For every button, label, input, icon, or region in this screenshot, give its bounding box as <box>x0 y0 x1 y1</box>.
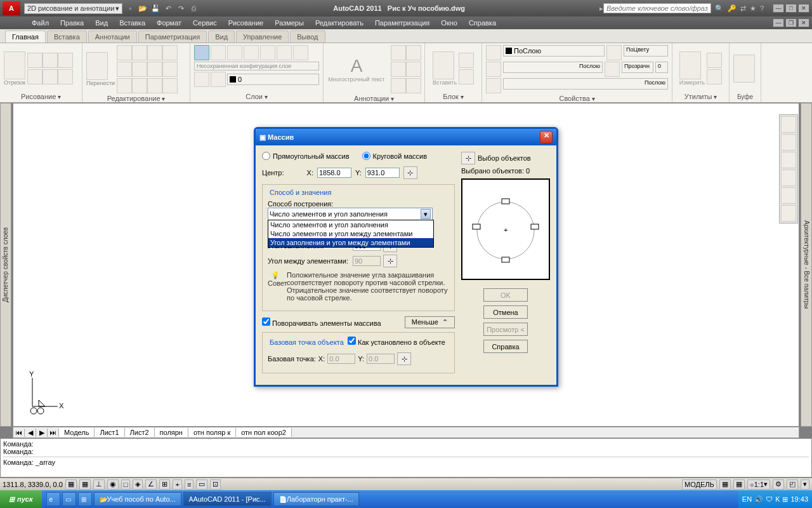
edit-tool[interactable] <box>117 62 132 77</box>
edit-tool[interactable] <box>162 78 178 93</box>
sheet-tab[interactable]: Лист2 <box>125 428 155 437</box>
sheet-model[interactable]: Модель <box>59 428 95 437</box>
dyn-toggle[interactable]: + <box>173 479 181 490</box>
doc-close[interactable]: ✕ <box>798 18 809 27</box>
nav-wheel[interactable] <box>781 134 796 150</box>
tool-palettes[interactable]: Архитектурные - Все палитры <box>801 103 812 427</box>
help-button[interactable]: Справка <box>483 340 528 353</box>
method-option-selected[interactable]: Угол заполнения и угол между элементами <box>268 238 433 247</box>
nav-orbit[interactable] <box>781 187 796 204</box>
line-tool[interactable] <box>4 51 25 79</box>
star-icon[interactable]: ★ <box>750 4 756 13</box>
menu-edit[interactable]: Правка <box>60 19 84 27</box>
prop-tool[interactable] <box>486 62 501 77</box>
menu-dim[interactable]: Размеры <box>275 19 304 27</box>
edit-tool[interactable] <box>132 78 147 93</box>
clock[interactable]: 19:43 <box>790 495 808 503</box>
sheet-first[interactable]: ⏮ <box>13 429 25 437</box>
anno-tool[interactable] <box>391 62 406 77</box>
edit-tool[interactable] <box>132 62 147 77</box>
tab-home[interactable]: Главная <box>5 30 46 43</box>
exchange-icon[interactable]: ⇄ <box>740 4 746 13</box>
sb-tool[interactable]: ▾ <box>801 479 809 490</box>
sb-tool[interactable]: ◰ <box>787 479 798 490</box>
rotate-items-checkbox[interactable]: Поворачивать элементы массива <box>262 318 381 327</box>
save-icon[interactable]: 💾 <box>150 3 160 13</box>
ortho-toggle[interactable]: ⊥ <box>93 479 105 490</box>
layer-tool[interactable] <box>211 72 226 87</box>
layer-tool[interactable] <box>211 45 226 60</box>
sheet-tab[interactable]: полярн <box>155 428 188 437</box>
minimize-button[interactable]: — <box>773 4 784 13</box>
anno-tool[interactable] <box>391 45 406 60</box>
menu-param[interactable]: Параметризация <box>375 19 429 27</box>
polar-array-radio[interactable]: Круговой массив <box>362 152 428 160</box>
anno-tool[interactable] <box>406 62 421 77</box>
redo-icon[interactable]: ↷ <box>176 3 186 13</box>
prop-tool[interactable] <box>606 45 622 60</box>
color-tool[interactable] <box>486 45 501 60</box>
draw-tool[interactable] <box>43 53 58 68</box>
workspace-dropdown[interactable]: 2D рисование и аннотации▾ <box>24 3 122 14</box>
quicklaunch-app[interactable]: ⊞ <box>78 492 92 506</box>
menu-file[interactable]: Файл <box>32 19 49 27</box>
anno-scale[interactable]: ⟐ 1:1▾ <box>747 479 770 490</box>
new-icon[interactable]: ▫ <box>125 3 135 13</box>
model-space[interactable]: МОДЕЛЬ <box>682 479 717 490</box>
edit-tool[interactable] <box>117 45 132 60</box>
menu-service[interactable]: Сервис <box>193 19 217 27</box>
tray-icon[interactable]: 🛡 <box>766 495 773 503</box>
draw-tool[interactable] <box>43 69 58 84</box>
tab-param[interactable]: Параметризация <box>138 30 207 43</box>
center-x-input[interactable] <box>317 168 351 178</box>
help-icon[interactable]: ? <box>760 4 764 13</box>
tab-insert[interactable]: Вставка <box>47 30 87 43</box>
edit-tool[interactable] <box>147 62 162 77</box>
clipboard-tool[interactable] <box>733 55 755 83</box>
center-y-input[interactable] <box>365 168 400 178</box>
grid-toggle[interactable]: ▦ <box>79 479 91 490</box>
menu-view[interactable]: Вид <box>95 19 108 27</box>
layer-manager-palette[interactable]: Диспетчер свойств слоев <box>0 103 11 427</box>
pick-center-button[interactable]: ⊹ <box>403 166 417 179</box>
undo-icon[interactable]: ↶ <box>163 3 173 13</box>
maximize-button[interactable]: □ <box>785 4 797 13</box>
cancel-button[interactable]: Отмена <box>483 305 528 319</box>
tab-output[interactable]: Вывод <box>290 30 325 43</box>
tray-icon[interactable]: ⊞ <box>782 495 788 504</box>
binoculars-icon[interactable]: 🔍 <box>715 4 724 13</box>
quicklaunch-ie[interactable]: e <box>46 492 60 506</box>
otrack-toggle[interactable]: ∠ <box>145 479 157 490</box>
move-tool[interactable] <box>86 52 108 80</box>
tab-view[interactable]: Вид <box>208 30 235 43</box>
menu-help[interactable]: Справка <box>469 19 496 27</box>
lwt-toggle[interactable]: ≡ <box>185 479 193 490</box>
anno-tool[interactable] <box>406 45 421 60</box>
rect-array-radio[interactable]: Прямоугольный массив <box>262 152 350 160</box>
method-combo[interactable]: Число элементов и угол заполнения ▾ Числ… <box>268 208 433 220</box>
task-item-active[interactable]: A AutoCAD 2011 - [Рис... <box>183 492 272 506</box>
sb-tool[interactable]: ▦ <box>733 479 745 490</box>
sheet-prev[interactable]: ◀ <box>25 429 36 437</box>
anno-tool[interactable] <box>406 78 421 93</box>
select-objects-button[interactable]: ⊹ <box>461 152 475 164</box>
doc-minimize[interactable]: — <box>773 18 784 27</box>
sb-tool[interactable]: ▦ <box>719 479 731 490</box>
nav-zoom[interactable] <box>781 170 796 186</box>
edit-tool[interactable] <box>132 45 147 60</box>
sc-toggle[interactable]: ⊡ <box>210 479 221 490</box>
tab-manage[interactable]: Управление <box>236 30 289 43</box>
basepoint-default-checkbox[interactable]: Как установлено в объекте <box>348 338 445 346</box>
layer-config-dropdown[interactable]: Несохраненная конфигурация слое <box>194 62 319 70</box>
ducs-toggle[interactable]: ⊞ <box>159 479 170 490</box>
qp-toggle[interactable]: ▭ <box>196 479 207 490</box>
osnap-toggle[interactable]: □ <box>121 479 131 490</box>
dialog-close-button[interactable]: ✕ <box>540 131 553 144</box>
start-button[interactable]: ⊞пуск <box>0 490 42 508</box>
app-logo[interactable]: A <box>3 1 20 15</box>
method-option[interactable]: Число элементов и угол заполнения <box>268 220 433 229</box>
anno-tool[interactable] <box>391 78 406 93</box>
snap-toggle[interactable]: ▦ <box>65 479 77 490</box>
key-icon[interactable]: 🔑 <box>728 4 737 13</box>
draw-tool[interactable] <box>58 69 73 84</box>
